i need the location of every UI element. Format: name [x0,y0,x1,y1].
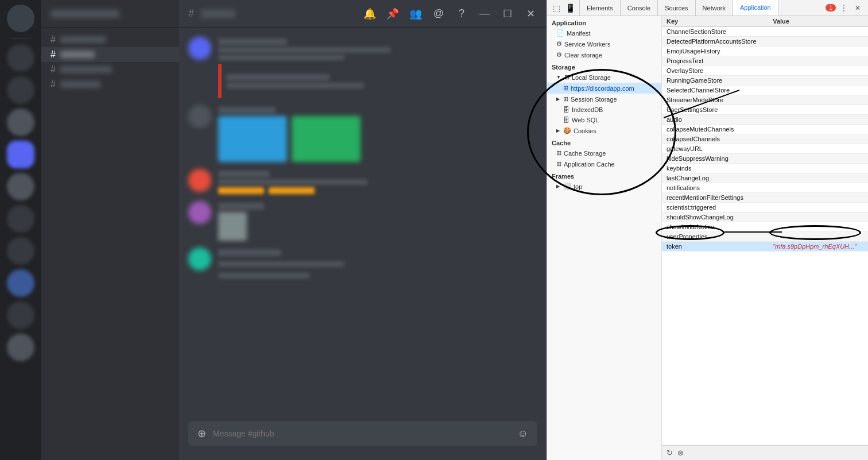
more-options-icon[interactable]: ⋮ [838,2,850,14]
server-icon-10[interactable] [7,301,34,329]
inspect-icon[interactable]: ⬚ [551,2,562,14]
sidebar-section-frames: Frames [547,169,661,181]
sidebar-item-clear-storage[interactable]: ⚙ Clear storage [547,49,661,60]
message-row [188,201,537,241]
server-icon-4[interactable] [7,109,34,136]
sidebar-item-local-storage-url[interactable]: ⊞ https://discordapp.com [547,83,661,94]
tab-elements[interactable]: Elements [580,0,621,16]
notifications-icon[interactable]: 🔔 [363,7,377,21]
value-cell [768,232,868,242]
server-icon-2[interactable] [7,44,34,72]
help-icon[interactable]: ? [455,7,468,21]
table-row[interactable]: scientist:triggered [662,203,868,212]
table-row[interactable]: hideSuppressWarning [662,154,868,164]
key-cell: lastChangeLog [662,173,768,183]
table-row[interactable]: collapseMutedChannels [662,125,868,134]
key-cell: collapseMutedChannels [662,125,768,134]
key-cell: ChannelSectionStore [662,27,768,37]
server-icon-11[interactable] [7,334,34,361]
table-row[interactable]: UserSettingsStore [662,105,868,115]
value-cell: "mfa.s9pDpHpm_rhEqXUH..." [768,242,868,252]
key-cell: audio [662,115,768,125]
server-icon-6[interactable] [7,173,34,200]
avatar [188,37,211,60]
table-row[interactable]: SelectedChannelStore [662,86,868,95]
table-row[interactable]: ProgressText [662,56,868,66]
tab-application[interactable]: Application [733,0,778,16]
mention-icon[interactable]: @ [432,7,445,21]
table-row[interactable]: shouldShowChangeLog [662,212,868,222]
server-icon-5[interactable] [7,141,34,168]
table-row[interactable]: audio [662,115,868,125]
table-row[interactable]: userProperties [662,232,868,242]
table-row[interactable]: keybinds [662,164,868,173]
table-row[interactable]: OverlayStore [662,66,868,76]
key-column-header: Key [662,16,768,27]
close-devtools-icon[interactable]: ✕ [852,2,863,14]
tab-console[interactable]: Console [621,0,658,16]
maximize-icon[interactable]: ☐ [501,7,514,21]
table-row[interactable]: RunningGameStore [662,76,868,86]
key-cell: showInviteNotice [662,222,768,232]
sidebar-item-manifest[interactable]: 📄 Manifest [547,28,661,38]
clear-icon[interactable]: ⊗ [677,449,684,457]
tab-network[interactable]: Network [696,0,733,16]
table-row[interactable]: showInviteNotice [662,222,868,232]
value-cell [768,154,868,164]
sidebar-item-local-storage[interactable]: ▼ ⊞ Local Storage [547,72,661,83]
server-icon-7[interactable] [7,205,34,233]
table-row[interactable]: DetectedPlatformAccountsStore [662,37,868,47]
sidebar-item-session-storage[interactable]: ▶ ⊞ Session Storage [547,94,661,105]
sidebar-item-application-cache[interactable]: ⊞ Application Cache [547,159,661,169]
key-cell: gatewayURL [662,144,768,154]
value-cell [768,183,868,193]
value-cell [768,37,868,47]
sidebar-item-cookies[interactable]: ▶ 🍪 Cookies [547,125,661,136]
sidebar-item-cache-storage[interactable]: ⊞ Cache Storage [547,148,661,159]
chat-input[interactable]: ⊕ ☺ [188,421,537,446]
tab-sources[interactable]: Sources [658,0,695,16]
sidebar-item-web-sql[interactable]: 🗄 Web SQL [547,115,661,125]
members-icon[interactable]: 👥 [409,7,423,21]
key-cell: token [662,242,768,252]
key-cell: OverlayStore [662,66,768,76]
value-cell [768,173,868,183]
table-row[interactable]: token"mfa.s9pDpHpm_rhEqXUH..." [662,242,868,252]
key-cell: collapsedChannels [662,134,768,144]
table-row[interactable]: gatewayURL [662,144,868,154]
table-row[interactable]: collapsedChannels [662,134,868,144]
device-icon[interactable]: 📱 [564,2,576,14]
emoji-icon[interactable]: ☺ [518,428,528,440]
value-cell [768,193,868,203]
table-row[interactable]: EmojiUsageHistory [662,47,868,56]
table-row[interactable]: recentMentionFilterSettings [662,193,868,203]
table-row[interactable]: notifications [662,183,868,193]
sidebar-item-service-workers[interactable]: ⚙ Service Workers [547,38,661,49]
sidebar-item-top[interactable]: ▶ ⬜ top [547,181,661,192]
error-badge: 1 [826,4,836,11]
devtools-bottom-bar: ↻ ⊗ [662,445,868,460]
server-icon-9[interactable] [7,269,34,297]
value-cell [768,66,868,76]
server-icon-1[interactable] [7,5,34,32]
upload-icon[interactable]: ⊕ [197,427,206,440]
minimize-icon[interactable]: — [478,7,491,21]
table-row[interactable]: lastChangeLog [662,173,868,183]
session-storage-icon: ⊞ [563,95,568,103]
table-row[interactable]: ChannelSectionStore [662,27,868,37]
message-row [188,105,537,162]
server-icon-8[interactable] [7,237,34,265]
pin-icon[interactable]: 📌 [386,7,400,21]
refresh-icon[interactable]: ↻ [666,449,673,457]
table-row[interactable]: StreamerModeStore [662,95,868,105]
local-storage-icon: ⊞ [564,74,569,81]
message-input[interactable] [213,429,518,438]
server-icon-3[interactable] [7,76,34,104]
chat-header: # 🔔 📌 👥 @ ? — ☐ ✕ [179,0,547,28]
key-cell: keybinds [662,164,768,173]
close-icon[interactable]: ✕ [524,7,537,21]
key-cell: scientist:triggered [662,203,768,212]
sidebar-item-indexed-db[interactable]: 🗄 IndexedDB [547,105,661,115]
key-cell: userProperties [662,232,768,242]
value-cell [768,212,868,222]
